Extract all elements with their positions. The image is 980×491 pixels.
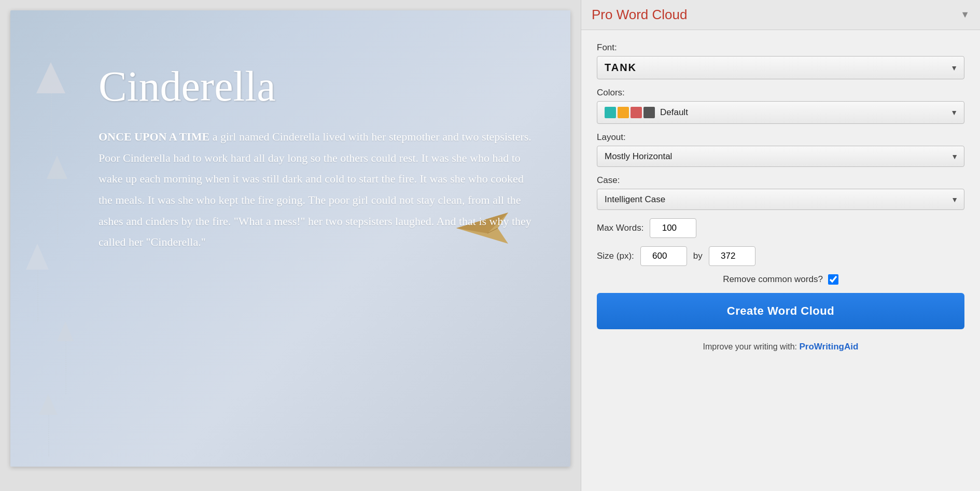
sidebar-title: Pro Word Cloud (592, 7, 688, 23)
body-bold-start: ONCE UPON A TIME (99, 130, 209, 143)
size-by-text: by (693, 251, 703, 261)
layout-label: Layout: (597, 132, 964, 143)
font-dropdown-container: TANK ▼ (597, 56, 964, 79)
trail-4 (65, 341, 66, 394)
colors-value: Default (660, 107, 957, 118)
swatch-teal (605, 107, 616, 118)
colors-dropdown-container: Default ▼ (597, 101, 964, 124)
paper-plane-3 (26, 244, 49, 270)
swatch-red (631, 107, 642, 118)
footer-static-text: Improve your writing with: (703, 342, 800, 351)
colors-label: Colors: (597, 88, 964, 98)
document-content: Cinderella ONCE UPON A TIME a girl named… (99, 62, 539, 253)
font-select[interactable]: TANK ▼ (597, 56, 964, 79)
sidebar-panel: Pro Word Cloud ▼ Font: TANK ▼ Colors: (581, 0, 980, 491)
document-body: ONCE UPON A TIME a girl named Cinderella… (99, 127, 539, 253)
trail-5 (48, 415, 49, 456)
create-word-cloud-button[interactable]: Create Word Cloud (597, 293, 964, 329)
trail-2 (57, 179, 58, 244)
max-words-label: Max Words: (597, 223, 643, 233)
case-dropdown-container: Intelligent Case ▼ (597, 189, 964, 210)
sidebar-header: Pro Word Cloud ▼ (581, 0, 980, 30)
max-words-row: Max Words: (597, 218, 964, 238)
color-swatches (605, 107, 655, 118)
body-text: a girl named Cinderella lived with her s… (99, 130, 531, 248)
prowritingaid-link[interactable]: ProWritingAid (799, 342, 858, 352)
font-chevron-icon: ▼ (950, 64, 958, 72)
paper-plane-5 (39, 394, 58, 415)
layout-field-group: Layout: Mostly Horizontal ▼ (597, 132, 964, 167)
font-value: TANK (605, 62, 637, 74)
font-field-group: Font: TANK ▼ (597, 43, 964, 79)
remove-common-label: Remove common words? (723, 274, 823, 285)
case-field-group: Case: Intelligent Case ▼ (597, 175, 964, 210)
font-label: Font: (597, 43, 964, 53)
paper-plane-2 (47, 156, 67, 179)
size-width-input[interactable] (640, 246, 687, 266)
colors-field-group: Colors: Default ▼ (597, 88, 964, 124)
trail-1 (51, 93, 52, 156)
case-select[interactable]: Intelligent Case (597, 189, 964, 210)
swatch-dark (643, 107, 655, 118)
paper-plane-1 (36, 62, 65, 93)
layout-dropdown-container: Mostly Horizontal ▼ (597, 146, 964, 167)
size-row: Size (px): by (597, 246, 964, 266)
chevron-down-icon[interactable]: ▼ (960, 9, 970, 20)
remove-common-row: Remove common words? (597, 274, 964, 285)
colors-select[interactable]: Default ▼ (597, 101, 964, 124)
remove-common-checkbox[interactable] (828, 274, 838, 285)
size-label: Size (px): (597, 251, 634, 261)
size-height-input[interactable] (709, 246, 755, 266)
swatch-orange (618, 107, 629, 118)
document-title: Cinderella (99, 62, 539, 111)
paper-plane-4 (57, 321, 74, 341)
layout-select[interactable]: Mostly Horizontal (597, 146, 964, 167)
case-label: Case: (597, 175, 964, 186)
sidebar-body: Font: TANK ▼ Colors: (581, 30, 980, 491)
document-area: Cinderella ONCE UPON A TIME a girl named… (0, 0, 581, 491)
footer-text: Improve your writing with: ProWritingAid (597, 342, 964, 352)
trail-3 (37, 270, 38, 321)
max-words-input[interactable] (650, 218, 696, 238)
document-page: Cinderella ONCE UPON A TIME a girl named… (10, 10, 570, 467)
